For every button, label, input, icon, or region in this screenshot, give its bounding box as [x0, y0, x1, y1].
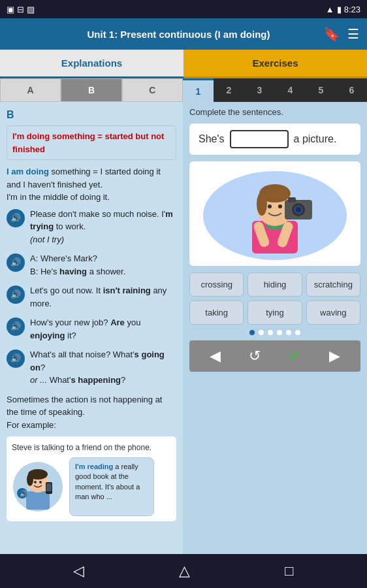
exercise-tab-5[interactable]: 5 — [306, 78, 336, 102]
exercise-tab-2[interactable]: 2 — [214, 78, 244, 102]
status-bar: ▣ ⊟ ▨ ▲ ▮ 8:23 — [0, 0, 367, 18]
left-panel: A B C B I'm doing something = started bu… — [0, 78, 183, 554]
exercise-tab-3[interactable]: 3 — [244, 78, 275, 102]
photo-icon: ▨ — [27, 5, 35, 14]
back-button[interactable]: ◁ — [73, 563, 84, 580]
dot-4[interactable] — [277, 330, 282, 335]
word-btn-scratching[interactable]: scratching — [306, 272, 360, 297]
svg-rect-1 — [26, 491, 50, 510]
speaker-btn-1[interactable] — [7, 209, 25, 227]
left-subtabs: A B C — [0, 78, 183, 102]
sentence-after: a picture. — [294, 133, 337, 145]
svg-point-8 — [39, 481, 42, 483]
example-1: Please don't make so much noise. I'm try… — [7, 208, 176, 246]
status-right-icons: ▲ ▮ 8:23 — [326, 5, 360, 14]
left-body: B I'm doing something = started but not … — [0, 102, 183, 531]
word-row-1: crossing hiding scratching — [189, 272, 360, 297]
dot-2[interactable] — [259, 330, 264, 335]
illustration-area — [189, 161, 360, 266]
svg-point-17 — [268, 204, 272, 208]
svg-text:🔊: 🔊 — [20, 489, 28, 498]
header-title-bold: (I am doing) — [215, 29, 270, 40]
sometimes-text: Sometimes the action is not happening at… — [7, 393, 176, 432]
refresh-button[interactable]: ↺ — [249, 348, 261, 365]
story-title: Steve is talking to a friend on the phon… — [12, 442, 171, 453]
header-icons: 🔖 ☰ — [323, 26, 359, 42]
speaker-btn-3[interactable] — [7, 286, 25, 304]
right-panel: 1 2 3 4 5 6 Complete the sentences. She'… — [183, 78, 367, 554]
story-inner: 🔊 I'm reading a really good book at the … — [12, 457, 171, 516]
tab-exercises[interactable]: Exercises — [184, 50, 367, 78]
nav-controls: ◀ ↺ ✔ ▶ — [189, 340, 360, 372]
dot-1[interactable] — [249, 330, 255, 335]
exercise-body: Complete the sentences. She's a picture. — [183, 102, 367, 554]
story-illustration: 🔊 — [12, 457, 64, 516]
tab-explanations[interactable]: Explanations — [0, 50, 184, 78]
svg-point-18 — [278, 204, 282, 208]
sentence-before: She's — [199, 133, 225, 145]
speaker-btn-5[interactable] — [7, 350, 25, 368]
wifi-icon: ▲ — [326, 5, 334, 14]
home-button[interactable]: △ — [179, 563, 190, 580]
paragraph1: I am doing something = I started doing i… — [7, 165, 176, 204]
notification-icon: ▣ — [7, 5, 14, 14]
svg-rect-6 — [46, 483, 52, 491]
svg-point-16 — [257, 192, 267, 216]
subtab-c[interactable]: C — [122, 78, 183, 102]
next-button[interactable]: ▶ — [329, 348, 340, 365]
example-5: What's all that noise? What's going on?o… — [7, 348, 176, 387]
fill-blank-input[interactable] — [230, 130, 289, 148]
recent-button[interactable]: □ — [285, 563, 293, 580]
sentence-box: She's a picture. — [189, 123, 360, 155]
section-title: B — [7, 107, 176, 123]
pagination — [189, 330, 360, 335]
exercise-subtabs: 1 2 3 4 5 6 — [183, 78, 367, 102]
example-2: A: Where's Mark?B: He's having a shower. — [7, 252, 176, 278]
check-button[interactable]: ✔ — [288, 347, 301, 365]
svg-rect-20 — [288, 197, 296, 203]
time-display: 8:23 — [344, 5, 360, 14]
explanation-box: I'm doing something = started but not fi… — [7, 125, 176, 160]
word-btn-crossing[interactable]: crossing — [189, 272, 244, 297]
prev-button[interactable]: ◀ — [210, 348, 221, 365]
explanation-text: I'm doing something = started but not fi… — [12, 131, 164, 154]
svg-point-7 — [34, 481, 37, 483]
exercise-tab-1[interactable]: 1 — [183, 78, 214, 102]
example-4: How's your new job? Are you enjoying it? — [7, 316, 176, 342]
subtab-b[interactable]: B — [61, 78, 121, 102]
exercise-tab-6[interactable]: 6 — [336, 78, 367, 102]
header-title: Unit 1: Present continuous (I am doing) — [34, 29, 323, 40]
example-3: Let's go out now. It isn't raining any m… — [7, 284, 176, 310]
menu-icon[interactable]: ☰ — [347, 26, 359, 42]
header-title-text: Unit 1: Present continuous — [87, 29, 214, 40]
svg-point-4 — [27, 473, 33, 486]
word-btn-taking[interactable]: taking — [189, 301, 244, 325]
word-btn-tying[interactable]: tying — [247, 301, 302, 325]
dot-3[interactable] — [268, 330, 273, 335]
sync-icon: ⊟ — [17, 5, 24, 14]
speaker-btn-2[interactable] — [7, 253, 25, 272]
speaker-btn-4[interactable] — [7, 318, 25, 336]
main-content: A B C B I'm doing something = started bu… — [0, 78, 367, 554]
dot-5[interactable] — [286, 330, 291, 335]
word-btn-waving[interactable]: waving — [306, 301, 360, 325]
battery-icon: ▮ — [337, 5, 342, 14]
instruction-text: Complete the sentences. — [189, 107, 360, 117]
svg-point-23 — [296, 207, 301, 212]
word-buttons: crossing hiding scratching taking tying — [189, 272, 360, 325]
subtab-a[interactable]: A — [0, 78, 61, 102]
status-left-icons: ▣ ⊟ ▨ — [7, 5, 35, 14]
dot-6[interactable] — [295, 330, 300, 335]
app-header: Unit 1: Present continuous (I am doing) … — [0, 18, 367, 50]
system-bar: ◁ △ □ — [0, 554, 367, 588]
bookmark-icon[interactable]: 🔖 — [323, 26, 340, 42]
word-btn-hiding[interactable]: hiding — [247, 272, 302, 297]
word-row-2: taking tying waving — [189, 301, 360, 325]
main-tab-bar: Explanations Exercises — [0, 50, 367, 78]
exercise-tab-4[interactable]: 4 — [275, 78, 306, 102]
story-box: Steve is talking to a friend on the phon… — [7, 436, 176, 521]
story-bubble: I'm reading a really good book at the mo… — [69, 457, 154, 516]
